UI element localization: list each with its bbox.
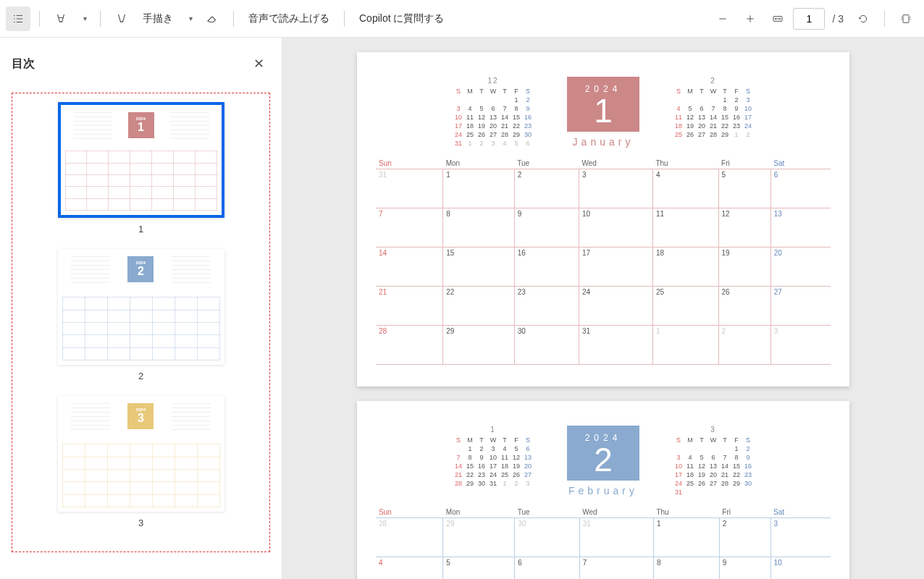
calendar-page-1: 12SMTWTFS1234567891011121314151617181920…: [357, 52, 849, 386]
thumbnails-list: 202411202422202433: [12, 93, 270, 552]
zoom-out-button[interactable]: [710, 7, 735, 31]
thumbnail-label: 2: [22, 371, 259, 381]
rotate-button[interactable]: [851, 7, 875, 31]
thumbnail-page-2[interactable]: 20242: [58, 249, 224, 365]
read-aloud-button[interactable]: 音声で読み上げる: [243, 12, 335, 25]
month-header: 20242February: [567, 426, 639, 496]
pen-button[interactable]: [109, 7, 134, 31]
draw-label[interactable]: 手描き: [137, 12, 179, 25]
separator: [233, 11, 234, 27]
highlighter-dropdown[interactable]: ▾: [76, 7, 91, 31]
calendar-grid: SunMonTueWedThuFriSat2829303112345678910: [376, 507, 831, 579]
calendar-grid: SunMonTueWedThuFriSat3112345678910111213…: [376, 158, 831, 365]
svg-rect-1: [903, 14, 909, 22]
draw-dropdown[interactable]: ▾: [182, 7, 197, 31]
thumbnail-label: 3: [22, 517, 259, 528]
fit-width-button[interactable]: [765, 7, 790, 31]
separator: [39, 11, 40, 27]
copilot-button[interactable]: Copilot に質問する: [353, 12, 450, 25]
page-total-label: / 3: [828, 13, 848, 25]
thumbnail-page-3[interactable]: 20243: [58, 396, 224, 512]
separator: [100, 11, 101, 27]
highlighter-button[interactable]: [49, 7, 73, 31]
sidebar-title: 目次: [12, 56, 35, 72]
close-sidebar-button[interactable]: ✕: [247, 52, 270, 75]
zoom-in-button[interactable]: [738, 7, 763, 31]
mini-calendar: 12SMTWTFS1234567891011121314151617181920…: [453, 77, 534, 148]
thumbnail-label: 1: [22, 224, 259, 234]
mini-calendar: 3SMTWTFS12345678910111213141516171819202…: [673, 426, 754, 496]
calendar-page-2: 1SMTWTFS12345678910111213141516171819202…: [357, 401, 849, 579]
page-view-button[interactable]: [894, 7, 918, 31]
separator: [344, 11, 345, 27]
page-viewer[interactable]: 12SMTWTFS1234567891011121314151617181920…: [282, 38, 924, 579]
mini-calendar: 1SMTWTFS12345678910111213141516171819202…: [453, 426, 534, 496]
month-header: 20241January: [567, 77, 639, 148]
mini-calendar: 2SMTWTFS12345678910111213141516171819202…: [673, 77, 754, 148]
page-number-input[interactable]: [793, 8, 825, 30]
contents-toggle[interactable]: [6, 7, 30, 31]
separator: [884, 11, 885, 27]
toolbar: ▾ 手描き ▾ 音声で読み上げる Copilot に質問する / 3: [0, 0, 924, 38]
contents-sidebar: 目次 ✕ 202411202422202433: [0, 38, 282, 579]
thumbnail-page-1[interactable]: 20241: [58, 102, 224, 218]
eraser-button[interactable]: [200, 7, 224, 31]
